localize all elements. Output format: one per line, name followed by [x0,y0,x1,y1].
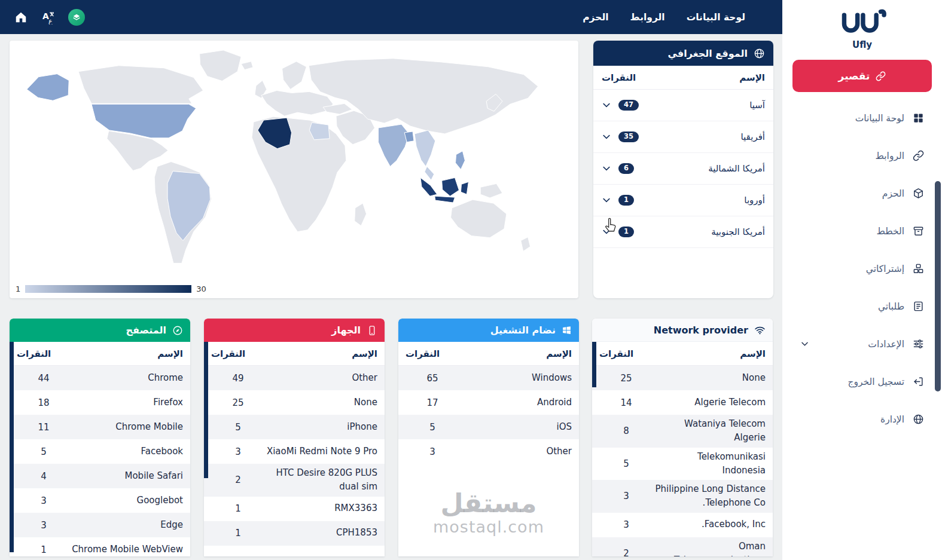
map-legend: 1 30 [16,284,206,293]
stacked-boxes-icon [913,263,924,274]
row-clicks: 5 [17,446,71,457]
table-scrollbar-thumb[interactable] [204,342,208,478]
table-scrollbar-thumb[interactable] [592,342,596,387]
row-clicks: 3 [17,495,71,506]
sidebar-item-logout[interactable]: تسجيل الخروج [782,363,942,400]
sidebar-item-dashboard[interactable]: لوحة البيانات [782,99,942,137]
browser-columns: الإسم النقرات [10,342,190,366]
os-table-header: نضام التشغيل [398,319,579,342]
country-philippines [456,151,465,170]
device-table-title: الجهاز [331,325,361,336]
archive-icon [913,225,924,237]
row-clicks: 65 [406,373,459,384]
table-row: Android 17 [398,390,579,415]
geo-row[interactable]: آسيا 47 [593,90,773,121]
country-alaska [27,74,69,101]
col-clicks: النقرات [406,348,440,359]
document-icon [913,301,924,312]
landmass-scandinavia [282,62,307,90]
geo-row[interactable]: أمريكا الشمالية 6 [593,153,773,185]
nav-links[interactable]: الروابط [630,12,665,23]
os-columns: الإسم النقرات [398,342,579,366]
row-clicks: 49 [211,373,265,384]
table-row: HTC Desire 820G PLUS dual sim 2 [204,464,385,497]
chevron-down-icon[interactable] [602,164,611,173]
row-name: None [653,371,766,385]
geo-row[interactable]: أفريقيا 35 [593,121,773,153]
sidebar-item-plans[interactable]: الخطط [782,212,942,250]
chevron-down-icon[interactable] [602,227,611,237]
chevron-down-icon[interactable] [602,132,611,142]
chevron-down-icon[interactable] [602,195,611,205]
nav-packages[interactable]: الحزم [583,12,608,23]
sidebar: Ufly تقصير لوحة البيانات الروابط الحزم [782,0,942,560]
sidebar-item-orders[interactable]: طلباتي [782,287,942,325]
row-name: Facebook [71,445,183,458]
row-clicks: 8 [599,426,653,436]
geo-row[interactable]: أمريكا الجنوبية 1 [593,216,773,248]
device-rows: Other 49 None 25 iPhone 5 XiaoMi Redmi N… [204,366,385,546]
landmass-australia [451,200,507,238]
clicks-badge: 6 [618,163,634,174]
col-name: الإسم [546,348,572,359]
sidebar-item-subscriptions[interactable]: إشتراكاتي [782,250,942,287]
table-row: None 25 [592,366,773,390]
landmass-madagascar [355,203,367,226]
clicks-badge: 1 [618,227,634,237]
country-malaysia [425,167,434,180]
col-clicks: النقرات [211,348,245,359]
link-icon [913,150,924,161]
geo-columns: الإسم النقرات [593,66,773,90]
continent-name: أوروبا [744,195,765,206]
col-name: الإسم [739,72,765,83]
network-rows: None 25 Algerie Telecom 14 Wataniya Tele… [592,366,773,556]
geo-panel-title: الموقع الجغرافي [668,48,748,59]
row-name: Philippine Long Distance Telephone Co. [653,482,766,510]
browser-rows: Chrome 44 Firefox 18 Chrome Mobile 11 Fa… [10,366,190,556]
row-clicks: 5 [211,422,265,433]
geo-rows: آسيا 47 أفريقيا 35 أمريكا الشمالية 6 [593,90,773,248]
sidebar-item-admin[interactable]: الإدارة [782,400,942,438]
globe-pointer-icon [754,48,765,59]
row-name: HTC Desire 820G PLUS dual sim [265,466,377,494]
table-row: Wataniya Telecom Algerie 8 [592,415,773,448]
table-scrollbar-thumb[interactable] [10,342,14,552]
row-name: Mobile Safari [71,469,183,483]
sliders-icon [913,338,924,350]
os-rows: Windows 65 Android 17 iOS 5 Other 3 [398,366,579,464]
landmass-new-guinea [480,183,502,198]
home-icon[interactable] [13,10,29,25]
os-table-title: نضام التشغيل [490,325,556,336]
table-row: Windows 65 [398,366,579,390]
row-name: Algerie Telecom [653,396,766,409]
row-clicks: 2 [599,548,653,556]
nav-dashboard[interactable]: لوحة البيانات [687,12,745,23]
legend-gradient-bar [25,285,191,293]
legend-min: 1 [16,284,20,293]
sidebar-item-settings[interactable]: الإعدادات [782,325,942,363]
country-thailand [414,130,435,167]
chevron-down-icon[interactable] [800,339,809,348]
legend-max: 30 [196,284,206,293]
translate-icon[interactable]: A ع [41,10,56,25]
col-name: الإسم [352,348,377,359]
browser-table-title: المتصفح [126,325,166,336]
table-row: Firefox 18 [10,390,190,415]
chevron-down-icon[interactable] [602,100,611,110]
package-icon [913,188,924,199]
sidebar-item-links[interactable]: الروابط [782,137,942,175]
row-clicks: 44 [17,373,71,384]
row-clicks: 18 [17,397,71,408]
table-row: Chrome 44 [10,366,190,390]
ufly-logo [837,8,888,38]
marketplace-badge-icon[interactable] [68,9,85,26]
row-name: Edge [71,518,183,532]
row-clicks: 11 [17,422,71,433]
network-columns: الإسم النقرات [592,342,773,366]
table-row: XiaoMi Redmi Note 9 Pro 3 [204,439,385,464]
geo-row[interactable]: أوروبا 1 [593,185,773,216]
sidebar-item-packages[interactable]: الحزم [782,175,942,212]
page-scrollbar-thumb[interactable] [935,181,941,391]
clicks-badge: 35 [618,131,639,142]
shorten-button[interactable]: تقصير [792,60,932,92]
